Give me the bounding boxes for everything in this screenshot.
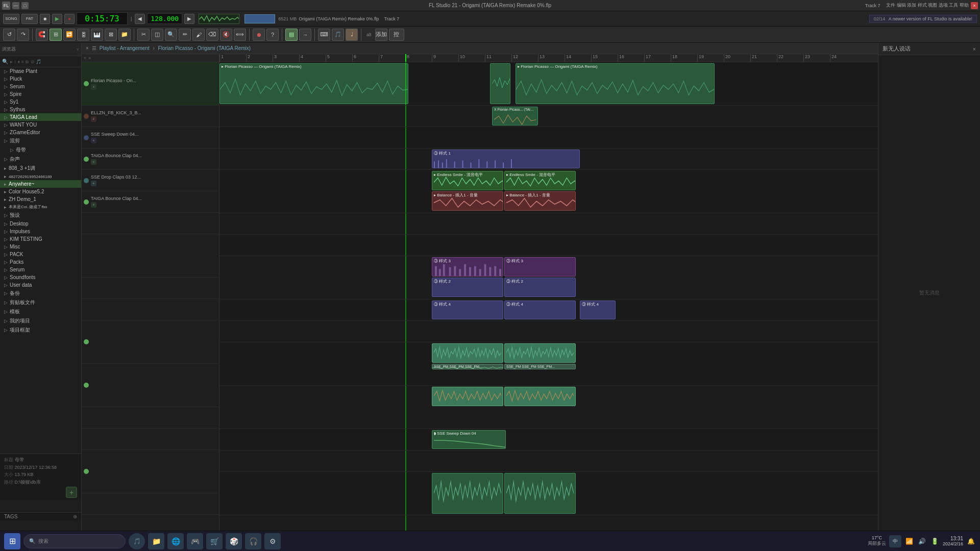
clip-t17-1[interactable] xyxy=(432,387,503,406)
sidebar-item-want-you[interactable]: ▷ WANT YOU xyxy=(0,121,81,129)
taskbar-search[interactable]: 🔍 搜索 xyxy=(23,534,126,548)
plus-icon[interactable]: + xyxy=(66,487,77,498)
piano-roll-btn[interactable]: ♩ xyxy=(346,29,358,41)
typing-btn[interactable]: ⌨ xyxy=(318,29,330,41)
sidebar-item-packs[interactable]: ▷ Packs xyxy=(0,258,81,266)
clip-balance-1[interactable]: ▸ Balance - 插入1 - 音量 xyxy=(432,191,503,211)
clip-endless-2[interactable]: ▸ Endless Smile - 混音电平 xyxy=(504,171,576,190)
sidebar-item-myproject[interactable]: ▷ 我的项目 xyxy=(0,316,81,325)
track-20-mute-btn[interactable] xyxy=(84,469,89,474)
mixer-btn[interactable]: 🎛 xyxy=(77,29,89,41)
taskbar-app-pinball[interactable]: 🎮 xyxy=(187,533,203,549)
sidebar-item-preset[interactable]: ▷ 预设 xyxy=(0,211,81,220)
playlist-menu-btn[interactable]: ☰ xyxy=(92,45,96,51)
piano-btn[interactable]: 🎹 xyxy=(91,29,103,41)
paint-tool-btn[interactable]: 🖌 xyxy=(192,29,205,41)
control-btn[interactable]: 控 xyxy=(389,29,404,41)
track-11-add-btn[interactable]: + xyxy=(91,202,96,208)
sidebar-item-colorhouse[interactable]: ▸ Color House5.2 xyxy=(0,188,81,195)
bpm-display[interactable]: 128.000 xyxy=(147,13,182,24)
track-7-add-btn[interactable]: + xyxy=(91,116,96,122)
clip-origami-mid[interactable] xyxy=(490,63,510,104)
sidebar-item-misc[interactable]: ▷ Misc xyxy=(0,243,81,251)
track-17-mute-btn[interactable] xyxy=(84,383,89,388)
sidebar-item-spire[interactable]: ▷ Spire xyxy=(0,90,81,98)
sidebar-item-pluck[interactable]: ▷ Pluck xyxy=(0,75,81,83)
clip-balance-2[interactable]: ▸ Balance - 插入1 - 音量 xyxy=(504,191,576,211)
sidebar-item-808[interactable]: ▸ 808_3 +1调 xyxy=(0,164,81,173)
clip-origami-1[interactable]: ▸ Florian Picasso — Origami (TAIGA Remix… xyxy=(219,63,408,104)
tempo-up-btn[interactable]: ▶ xyxy=(184,14,194,24)
clip-sse-16-1[interactable] xyxy=(432,343,503,363)
sidebar-item-kim[interactable]: ▷ KIM TESTING xyxy=(0,235,81,243)
magnet-btn[interactable]: 🧲 xyxy=(36,29,48,41)
step-seq-btn[interactable]: ⊠ xyxy=(105,29,117,41)
record-btn[interactable]: ● xyxy=(64,14,75,24)
draw-tool-btn[interactable]: ✏ xyxy=(179,29,191,41)
input-method-icon[interactable]: 中 xyxy=(889,535,901,547)
taskbar-app-music[interactable]: 🎧 xyxy=(245,533,261,549)
undo-btn[interactable]: ↺ xyxy=(3,29,15,41)
record-audio-btn[interactable]: ⏺ xyxy=(253,29,265,41)
taskbar-app-browser[interactable]: 🌐 xyxy=(167,533,184,549)
select-tool-btn[interactable]: ◫ xyxy=(151,29,163,41)
start-button[interactable]: ⊞ xyxy=(4,533,20,549)
maximize-button[interactable]: □ xyxy=(21,2,29,9)
help-btn[interactable]: ? xyxy=(266,29,279,41)
zoom-tool-btn[interactable]: 🔍 xyxy=(165,29,177,41)
chat-close-btn[interactable]: × xyxy=(973,46,976,52)
tags-add-btn[interactable]: ⊕ xyxy=(73,514,77,519)
sidebar-item-taiga-lead[interactable]: ▷ TAIGA Lead xyxy=(0,113,81,121)
mute-tool-btn[interactable]: 🔇 xyxy=(220,29,232,41)
clip-sse-pm-1[interactable]: SSE_PM SSE_PM SSE_PM... xyxy=(432,364,503,369)
clip-p14-1[interactable]: ③ 样式 4 xyxy=(432,300,503,319)
sidebar-item-zh-demo[interactable]: ▸ ZH Demo_1 xyxy=(0,195,81,203)
track-7-mute-btn[interactable] xyxy=(84,114,89,119)
taskbar-app-steam[interactable]: 🎲 xyxy=(226,533,242,549)
clip-origami-right-1[interactable]: ▸ Florian Picasso — Origami (TAIGA Remix… xyxy=(516,63,715,104)
playlist-close-btn[interactable]: × xyxy=(86,45,89,51)
sidebar-item-anywhere[interactable]: ▸ Anywhere~ xyxy=(0,180,81,188)
erase-tool-btn[interactable]: ⌫ xyxy=(206,29,218,41)
clip-p14-2[interactable]: ③ 样式 4 xyxy=(504,300,576,319)
taskbar-app-store[interactable]: 🛒 xyxy=(206,533,223,549)
clip-t20-2[interactable] xyxy=(504,473,576,514)
clip-p13-1[interactable]: ③ 样式 3 xyxy=(432,257,503,277)
clip-p14-3[interactable]: ③ 样式 4 xyxy=(580,300,616,319)
slip-tool-btn[interactable]: ⟺ xyxy=(234,29,246,41)
track-9-add-btn[interactable]: + xyxy=(91,159,96,165)
sidebar-item-zasheng[interactable]: ▷ 杂声 xyxy=(0,155,81,164)
sidebar-item-pack[interactable]: ▷ PACK xyxy=(0,251,81,258)
arrow-right-btn[interactable]: → xyxy=(299,29,311,41)
stop-btn[interactable]: ■ xyxy=(40,14,50,24)
track-options-btn[interactable]: × xyxy=(88,56,91,61)
song-mode-btn[interactable]: SONG xyxy=(3,14,19,24)
sidebar-item-mixjian[interactable]: ▷ 混剪 xyxy=(0,136,81,145)
browser-btn[interactable]: 📁 xyxy=(118,29,131,41)
clip-sse-16-2[interactable] xyxy=(504,343,576,363)
clip-pattern-9-1[interactable]: ③ 样式 1 xyxy=(432,149,580,168)
add-btn[interactable]: 添加 xyxy=(375,29,387,41)
wifi-icon[interactable]: 📶 xyxy=(904,537,914,546)
sidebar-item-mudai[interactable]: ▷ 母带 xyxy=(0,145,81,155)
sidebar-close-btn[interactable]: × xyxy=(77,47,79,52)
sidebar-item-soundfonts[interactable]: ▷ Soundfonts xyxy=(0,273,81,281)
add-to-project-btn[interactable]: + xyxy=(4,487,77,498)
sidebar-item-projframe[interactable]: ▷ 项目框架 xyxy=(0,325,81,335)
track-9-mute-btn[interactable] xyxy=(84,157,89,162)
notification-icon[interactable]: 🔔 xyxy=(966,537,976,546)
track-16-mute-btn[interactable] xyxy=(84,339,89,344)
track-8-add-btn[interactable]: + xyxy=(91,138,96,143)
clip-p13-3[interactable]: ③ 样式 2 xyxy=(432,278,503,297)
sidebar-item-zgame[interactable]: ▷ ZGameEditor xyxy=(0,129,81,136)
snap-btn[interactable]: ⊞ xyxy=(50,29,62,41)
track-10-mute-btn[interactable] xyxy=(84,178,89,183)
pattern-mode-btn[interactable]: PAT xyxy=(21,14,38,24)
minimize-button[interactable]: — xyxy=(12,2,19,9)
taskbar-app-explorer[interactable]: 📁 xyxy=(148,533,164,549)
sidebar-item-userdata[interactable]: ▷ User data xyxy=(0,281,81,289)
add-track-btn[interactable]: + xyxy=(84,56,86,61)
tempo-down-btn[interactable]: ◀ xyxy=(135,14,145,24)
playlist-btn[interactable]: ▤ xyxy=(285,29,298,41)
sidebar-item-backup[interactable]: ▷ 备份 xyxy=(0,289,81,298)
